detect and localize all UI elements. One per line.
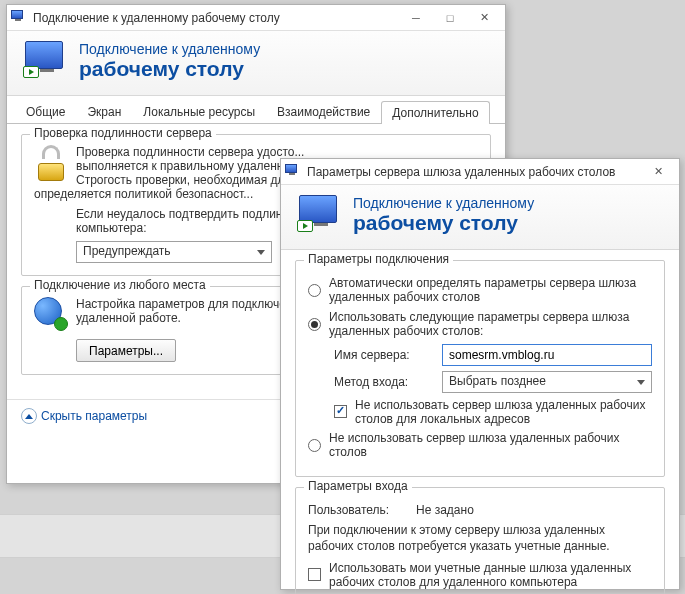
radio-no-gateway-label: Не использовать сервер шлюза удаленных р…	[329, 431, 652, 459]
gateway-settings-dialog: Параметры сервера шлюза удаленных рабочи…	[280, 158, 680, 590]
window-title: Параметры сервера шлюза удаленных рабочи…	[307, 165, 641, 179]
minimize-button[interactable]: ─	[399, 8, 433, 28]
server-name-label: Имя сервера:	[334, 348, 434, 362]
auth-fail-combo[interactable]: Предупреждать	[76, 241, 272, 263]
user-label: Пользователь:	[308, 503, 408, 517]
group-title: Параметры входа	[304, 479, 412, 493]
close-button[interactable]: ✕	[641, 162, 675, 182]
bypass-local-label: Не использовать сервер шлюза удаленных р…	[355, 398, 652, 427]
radio-use-settings[interactable]	[308, 318, 321, 331]
share-creds-checkbox[interactable]	[308, 568, 321, 581]
rdp-icon	[25, 41, 69, 81]
logon-method-label: Метод входа:	[334, 375, 434, 389]
conn-params-group: Параметры подключения Автоматически опре…	[295, 260, 665, 477]
hide-options-link[interactable]: Скрыть параметры	[21, 408, 147, 424]
banner-line2: рабочему столу	[353, 211, 534, 234]
tab-experience[interactable]: Взаимодействие	[266, 100, 381, 123]
radio-auto-label: Автоматически определять параметры серве…	[329, 276, 652, 305]
share-creds-label: Использовать мои учетные данные шлюза уд…	[329, 561, 652, 590]
chevron-up-icon	[21, 408, 37, 424]
banner: Подключение к удаленному рабочему столу	[7, 31, 505, 96]
lock-icon	[34, 145, 68, 181]
tab-display[interactable]: Экран	[76, 100, 132, 123]
banner-line1: Подключение к удаленному	[353, 195, 534, 211]
group-title: Проверка подлинности сервера	[30, 126, 216, 140]
banner-line1: Подключение к удаленному	[79, 41, 260, 57]
banner-line2: рабочему столу	[79, 57, 260, 80]
tab-advanced[interactable]: Дополнительно	[381, 101, 489, 124]
app-icon	[11, 10, 27, 26]
group-title: Параметры подключения	[304, 252, 453, 266]
radio-auto[interactable]	[308, 284, 321, 297]
user-value: Не задано	[416, 503, 474, 517]
rdp-icon	[299, 195, 343, 235]
close-button[interactable]: ✕	[467, 8, 501, 28]
radio-use-label: Использовать следующие параметры сервера…	[329, 310, 652, 339]
titlebar[interactable]: Параметры сервера шлюза удаленных рабочи…	[281, 159, 679, 185]
app-icon	[285, 164, 301, 180]
logon-method-select[interactable]: Выбрать позднее	[442, 371, 652, 393]
tab-local-resources[interactable]: Локальные ресурсы	[132, 100, 266, 123]
server-name-input[interactable]	[442, 344, 652, 366]
tab-strip: Общие Экран Локальные ресурсы Взаимодейс…	[7, 96, 505, 124]
globe-icon	[34, 297, 68, 331]
group-title: Подключение из любого места	[30, 278, 210, 292]
bypass-local-checkbox[interactable]	[334, 405, 347, 418]
banner: Подключение к удаленному рабочему столу	[281, 185, 679, 250]
maximize-button[interactable]: □	[433, 8, 467, 28]
creds-desc: При подключении к этому серверу шлюза уд…	[308, 523, 652, 554]
gateway-settings-button[interactable]: Параметры...	[76, 339, 176, 362]
window-title: Подключение к удаленному рабочему столу	[33, 11, 399, 25]
tab-general[interactable]: Общие	[15, 100, 76, 123]
titlebar[interactable]: Подключение к удаленному рабочему столу …	[7, 5, 505, 31]
radio-no-gateway[interactable]	[308, 439, 321, 452]
login-params-group: Параметры входа Пользователь: Не задано …	[295, 487, 665, 594]
